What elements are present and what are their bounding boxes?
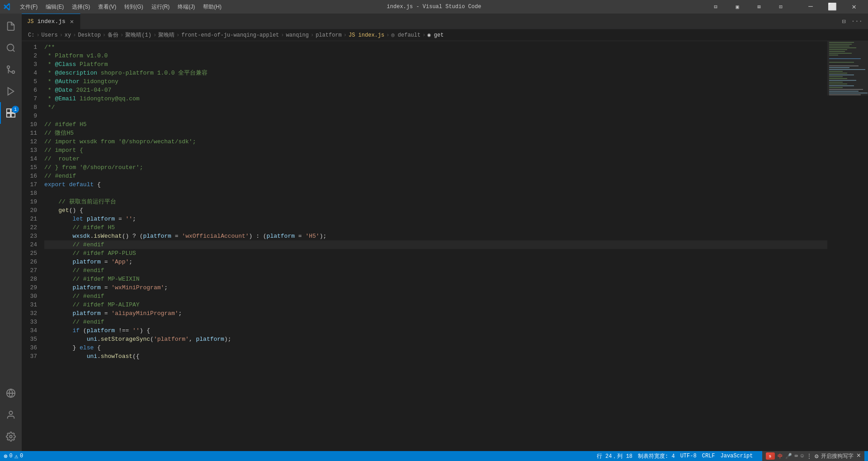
- minimap-svg: [827, 41, 868, 312]
- sidebar-item-extensions[interactable]: 1: [0, 102, 22, 124]
- language-text: JavaScript: [721, 453, 753, 459]
- code-editor[interactable]: /** * Platform v1.0.0 * @Class Platform …: [44, 43, 827, 451]
- status-position[interactable]: 行 24，列 18: [597, 452, 632, 460]
- tab-index-js[interactable]: JS index.js ✕: [22, 14, 80, 29]
- menu-select[interactable]: 选择(S): [68, 1, 94, 13]
- sidebar-item-source-control[interactable]: [0, 59, 22, 80]
- error-icon: ⊗: [4, 452, 7, 460]
- title-bar: 文件(F) 编辑(E) 选择(S) 查看(V) 转到(G) 运行(R) 终端(J…: [0, 0, 868, 14]
- warning-count: 0: [20, 453, 23, 459]
- status-encoding[interactable]: UTF-8: [680, 453, 697, 459]
- position-text: 行 24，列 18: [597, 452, 632, 460]
- explorer-icon: [6, 21, 16, 31]
- sidebar-item-search[interactable]: [0, 37, 22, 59]
- breadcrumb-backup[interactable]: 备份: [108, 31, 118, 39]
- toggle-sidebar-btn[interactable]: ▣: [727, 0, 748, 14]
- window-controls: ⊟ ▣ ⊞ ⊡ ─ ⬜ ✕: [705, 0, 864, 14]
- spaces-text: 制表符宽度: 4: [638, 452, 675, 460]
- account-icon: [6, 410, 16, 420]
- tab-close-btn[interactable]: ✕: [69, 17, 75, 26]
- breadcrumb-get[interactable]: ◉ get: [427, 32, 443, 38]
- sogou-settings[interactable]: ⚙: [815, 452, 818, 460]
- title-bar-menu: 文件(F) 编辑(E) 选择(S) 查看(V) 转到(G) 运行(R) 终端(J…: [16, 1, 225, 13]
- title-bar-left: 文件(F) 编辑(E) 选择(S) 查看(V) 转到(G) 运行(R) 终端(J…: [4, 1, 225, 13]
- menu-terminal[interactable]: 终端(J): [174, 1, 198, 13]
- settings-icon: [6, 432, 16, 442]
- sogou-bar: S 中 🎤 ⌨ ☺ ⋮ ⚙ 开启搜狗写字 ×: [762, 451, 864, 461]
- status-bar-right: 行 24，列 18 制表符宽度: 4 UTF-8 CRLF JavaScript…: [597, 451, 864, 461]
- breadcrumb-desktop[interactable]: Desktop: [78, 32, 100, 38]
- sogou-zh: 中: [778, 453, 783, 460]
- status-spaces[interactable]: 制表符宽度: 4: [638, 452, 675, 460]
- error-count: 0: [9, 453, 12, 459]
- activity-bar-bottom: [0, 382, 22, 451]
- vscode-icon: [4, 3, 11, 10]
- breadcrumb-juwanqing[interactable]: 聚晚晴: [158, 31, 175, 39]
- svg-point-3: [7, 66, 10, 69]
- menu-edit[interactable]: 编辑(E): [42, 1, 67, 13]
- status-bar: ⊗ 0 ⚠ 0 行 24，列 18 制表符宽度: 4 UTF-8 CRLF Ja…: [0, 451, 868, 461]
- menu-goto[interactable]: 转到(G): [121, 1, 146, 13]
- sidebar-item-settings[interactable]: [0, 426, 22, 447]
- run-icon: [6, 86, 16, 96]
- remote-icon: [6, 388, 16, 398]
- source-control-icon: [6, 65, 16, 75]
- sidebar-item-explorer[interactable]: [0, 15, 22, 37]
- svg-rect-5: [7, 109, 10, 113]
- breadcrumb-xy[interactable]: xy: [65, 32, 71, 38]
- status-line-ending[interactable]: CRLF: [702, 453, 715, 459]
- minimize-btn[interactable]: ─: [800, 0, 821, 14]
- more-actions-btn[interactable]: ···: [849, 16, 864, 27]
- customize-layout-btn[interactable]: ⊡: [770, 0, 791, 14]
- breadcrumb-users[interactable]: Users: [42, 32, 58, 38]
- main-layout: 1 JS: [0, 14, 868, 451]
- code-container[interactable]: 1234567891011121314151617181920212223242…: [22, 41, 827, 451]
- extensions-badge: 1: [12, 106, 19, 113]
- split-editor-btn[interactable]: ⊟: [705, 0, 726, 14]
- split-editor-btn[interactable]: ⊟: [840, 16, 847, 27]
- sogou-emoji: ☺: [801, 453, 804, 459]
- breadcrumb-platform[interactable]: platform: [316, 32, 342, 38]
- sogou-mic: 🎤: [785, 453, 792, 460]
- tab-label: index.js: [37, 18, 65, 25]
- breadcrumb-frontend[interactable]: front-end-of-ju-wanqing-applet: [181, 32, 279, 38]
- breadcrumb-wanqing[interactable]: wanqing: [286, 32, 309, 38]
- status-language[interactable]: JavaScript: [721, 453, 753, 459]
- encoding-text: UTF-8: [680, 453, 697, 459]
- svg-marker-4: [8, 88, 14, 95]
- tab-bar-actions: ⊟ ···: [840, 16, 868, 27]
- tab-js-icon: JS: [27, 19, 33, 25]
- sogou-close[interactable]: ×: [856, 452, 861, 460]
- breadcrumb: C: › Users › xy › Desktop › 备份 › 聚晚晴(1) …: [22, 29, 868, 41]
- svg-rect-40: [827, 41, 868, 95]
- sidebar-item-remote[interactable]: [0, 382, 22, 404]
- sidebar-item-run[interactable]: [0, 80, 22, 102]
- minimap: [827, 41, 868, 451]
- breadcrumb-c[interactable]: C:: [28, 32, 34, 38]
- toggle-panel-btn[interactable]: ⊞: [749, 0, 769, 14]
- status-errors[interactable]: ⊗ 0 ⚠ 0: [4, 452, 23, 460]
- menu-view[interactable]: 查看(V): [94, 1, 120, 13]
- svg-point-2: [12, 71, 15, 74]
- restore-btn[interactable]: ⬜: [822, 0, 843, 14]
- menu-help[interactable]: 帮助(H): [199, 1, 225, 13]
- close-btn[interactable]: ✕: [844, 0, 864, 14]
- sogou-kbd: ⌨: [795, 453, 798, 460]
- breadcrumb-indexjs[interactable]: JS index.js: [349, 32, 384, 38]
- svg-line-1: [13, 50, 14, 52]
- menu-run[interactable]: 运行(R): [148, 1, 174, 13]
- sogou-label: 开启搜狗写字: [821, 452, 854, 460]
- window-title: index.js - Visual Studio Code: [387, 4, 481, 10]
- sogou-logo: S: [766, 452, 775, 460]
- sidebar-item-account[interactable]: [0, 404, 22, 426]
- svg-rect-7: [7, 113, 10, 117]
- breadcrumb-juwanqing1[interactable]: 聚晚晴(1): [125, 31, 151, 39]
- content-area: JS index.js ✕ ⊟ ··· C: › Users › xy › De…: [22, 14, 868, 451]
- svg-point-11: [9, 435, 12, 438]
- svg-point-0: [7, 44, 14, 51]
- menu-file[interactable]: 文件(F): [16, 1, 41, 13]
- svg-point-10: [9, 411, 12, 414]
- breadcrumb-default[interactable]: ◎ default: [391, 32, 420, 38]
- tab-bar: JS index.js ✕ ⊟ ···: [22, 14, 868, 29]
- status-bar-left: ⊗ 0 ⚠ 0: [4, 452, 23, 460]
